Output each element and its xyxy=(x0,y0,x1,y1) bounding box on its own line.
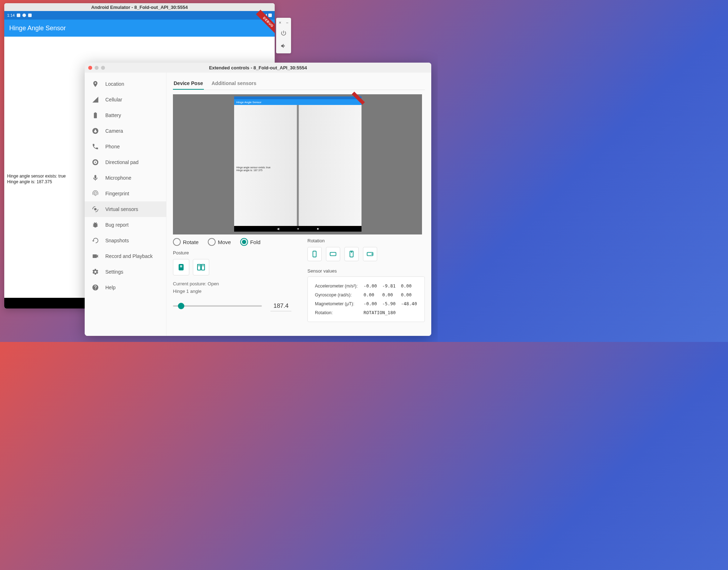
power-button[interactable] xyxy=(278,27,290,39)
android-statusbar: 1:14 xyxy=(4,11,275,20)
statusbar-battery-icon xyxy=(268,14,272,17)
phone-icon xyxy=(92,143,99,150)
camera-icon xyxy=(92,127,99,134)
radio-rotate[interactable]: Rotate xyxy=(173,238,199,246)
preview-line1: Hinge angle sensor exists: true xyxy=(236,166,270,169)
cellular-icon xyxy=(92,96,99,103)
hinge-angle-value[interactable]: 187.4 xyxy=(270,301,291,311)
extended-controls-window: Extended controls - 8_Fold-out_API_30:55… xyxy=(85,63,431,336)
svg-rect-4 xyxy=(201,264,205,270)
radio-fold[interactable]: Fold xyxy=(240,238,260,246)
sidebar-item-label: Bug report xyxy=(105,222,128,228)
sidebar-item-label: Microphone xyxy=(105,175,131,181)
emulator-title: Android Emulator - 8_Fold-out_API_30:555… xyxy=(91,5,188,10)
sidebar-item-cellular[interactable]: Cellular xyxy=(85,92,166,107)
tab-additional-sensors[interactable]: Additional sensors xyxy=(211,78,257,90)
toolbar-close-button[interactable]: × xyxy=(278,20,283,25)
pose-tabs: Device Pose Additional sensors xyxy=(173,78,425,90)
nav-home-icon: ● xyxy=(297,227,299,231)
sidebar-item-label: Phone xyxy=(105,144,120,149)
extended-sidebar: Location Cellular Battery Camera Phone D… xyxy=(85,73,167,336)
svg-rect-8 xyxy=(330,252,336,255)
window-close-button[interactable] xyxy=(88,66,92,70)
sidebar-item-help[interactable]: Help xyxy=(85,280,166,295)
extended-title: Extended controls - 8_Fold-out_API_30:55… xyxy=(85,65,431,70)
sidebar-item-label: Help xyxy=(105,285,116,290)
app-bar: Hinge Angle Sensor xyxy=(4,20,275,37)
posture-closed-button[interactable] xyxy=(173,259,189,275)
current-posture-text: Current posture: Open xyxy=(173,280,291,288)
rotation-portrait-button[interactable] xyxy=(307,247,322,261)
sensor-name: Accelerometer (m/s²): xyxy=(313,282,361,290)
sidebar-item-label: Virtual sensors xyxy=(105,206,138,212)
sidebar-item-label: Settings xyxy=(105,269,123,275)
sensor-values-panel: Accelerometer (m/s²):-0.00-9.810.00 Gyro… xyxy=(307,276,425,322)
sidebar-item-camera[interactable]: Camera xyxy=(85,123,166,139)
snapshot-icon xyxy=(92,237,99,244)
sidebar-item-bug-report[interactable]: Bug report xyxy=(85,217,166,233)
sensor-val: -9.81 xyxy=(380,282,398,290)
window-traffic-lights xyxy=(88,66,105,70)
tab-device-pose[interactable]: Device Pose xyxy=(173,78,204,90)
emulator-titlebar: Android Emulator - 8_Fold-out_API_30:555… xyxy=(4,3,275,11)
volume-button[interactable] xyxy=(278,40,290,52)
preview-statusbar xyxy=(234,96,362,99)
rotation-landscape-button[interactable] xyxy=(326,247,340,261)
sidebar-item-phone[interactable]: Phone xyxy=(85,139,166,154)
sidebar-item-virtual-sensors[interactable]: Virtual sensors xyxy=(85,201,166,217)
radio-move[interactable]: Move xyxy=(208,238,231,246)
sidebar-item-fingerprint[interactable]: Fingerprint xyxy=(85,186,166,201)
statusbar-icon xyxy=(22,14,26,17)
sensors-icon xyxy=(92,206,99,213)
phone-landscape-rev-icon xyxy=(366,250,374,258)
sidebar-item-label: Location xyxy=(105,81,124,87)
nav-back-icon: ◀ xyxy=(277,227,279,231)
sidebar-item-battery[interactable]: Battery xyxy=(85,107,166,123)
rotation-landscape-rev-button[interactable] xyxy=(363,247,377,261)
radio-label: Fold xyxy=(250,239,260,245)
toolbar-minimize-button[interactable]: − xyxy=(285,20,290,25)
rotation-portrait-rev-button[interactable] xyxy=(344,247,359,261)
posture-open-button[interactable] xyxy=(193,259,209,275)
posture-label: Posture xyxy=(173,250,291,255)
sensor-name: Magnetometer (μT): xyxy=(313,300,361,308)
record-icon xyxy=(92,253,99,260)
sidebar-item-label: Cellular xyxy=(105,97,122,102)
sidebar-item-microphone[interactable]: Microphone xyxy=(85,170,166,186)
sidebar-item-settings[interactable]: Settings xyxy=(85,264,166,280)
preview-body: Hinge angle sensor exists: true Hinge an… xyxy=(234,105,362,226)
sensor-name: Rotation: xyxy=(313,308,361,317)
extended-titlebar[interactable]: Extended controls - 8_Fold-out_API_30:55… xyxy=(85,63,431,73)
fingerprint-icon xyxy=(92,190,99,197)
sidebar-item-record-playback[interactable]: Record and Playback xyxy=(85,248,166,264)
sensor-val: -5.90 xyxy=(380,300,398,308)
sidebar-item-dpad[interactable]: Directional pad xyxy=(85,154,166,170)
sensor-val: 0.00 xyxy=(380,291,398,299)
nav-recent-icon: ■ xyxy=(317,227,319,231)
preview-appbar: Hinge Angle Sensor xyxy=(234,99,362,105)
sensor-values-table: Accelerometer (m/s²):-0.00-9.810.00 Gyro… xyxy=(312,281,420,317)
sensor-val: 0.00 xyxy=(362,291,380,299)
window-zoom-button[interactable] xyxy=(101,66,105,70)
window-minimize-button[interactable] xyxy=(95,66,99,70)
sidebar-item-label: Camera xyxy=(105,128,123,134)
bug-icon xyxy=(92,221,99,228)
hinge-angle-text: Hinge angle is: 187.375 xyxy=(7,179,52,184)
sensor-val: 0.00 xyxy=(399,282,420,290)
sensor-values-title: Sensor values xyxy=(307,268,425,274)
slider-thumb[interactable] xyxy=(178,303,184,309)
sidebar-item-location[interactable]: Location xyxy=(85,76,166,92)
pose-mode-radios: Rotate Move Fold xyxy=(173,238,291,246)
svg-rect-7 xyxy=(313,251,316,257)
sidebar-item-snapshots[interactable]: Snapshots xyxy=(85,233,166,248)
device-preview[interactable]: Hinge Angle Sensor Hinge angle sensor ex… xyxy=(173,94,422,234)
posture-open-icon xyxy=(197,263,205,271)
hinge-angle-label: Hinge 1 angle xyxy=(173,288,291,295)
posture-closed-icon xyxy=(177,263,185,271)
settings-icon xyxy=(92,268,99,275)
phone-landscape-icon xyxy=(329,250,337,258)
hinge-angle-slider[interactable] xyxy=(173,305,262,307)
mic-icon xyxy=(92,174,99,181)
sensor-exists-text: Hinge angle sensor exists: true xyxy=(7,174,66,179)
sensor-name: Gyroscope (rad/s): xyxy=(313,291,361,299)
